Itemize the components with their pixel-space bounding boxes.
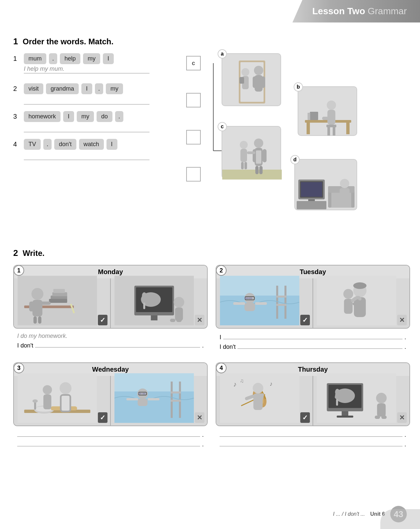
- card4-img1: ♪ ♫ ♪: [216, 376, 313, 426]
- card2-line1-prefix: I: [220, 334, 221, 341]
- word-row-2: 2 visit grandma I . my: [13, 83, 172, 94]
- svg-point-69: [142, 292, 147, 299]
- svg-rect-61: [38, 316, 41, 324]
- svg-point-91: [343, 289, 353, 299]
- chip: visit: [24, 83, 43, 94]
- card4-cross1: ✕: [397, 412, 407, 423]
- svg-rect-26: [263, 149, 267, 162]
- svg-rect-12: [346, 123, 350, 134]
- svg-rect-77: [284, 286, 286, 319]
- row2-num: 2: [13, 85, 20, 93]
- card3-line2: .: [17, 440, 204, 448]
- card2-line2-blank[interactable]: [237, 342, 402, 349]
- row3-chips: homework I my do .: [24, 111, 123, 122]
- card4-line2: .: [220, 440, 406, 448]
- svg-rect-75: [220, 296, 299, 325]
- card1-line2-prefix: I don't: [17, 342, 33, 349]
- svg-rect-28: [259, 166, 263, 174]
- word-row-1: 1 mum . help my I I help my mum.: [13, 53, 172, 73]
- svg-rect-65: [151, 315, 157, 320]
- svg-point-103: [43, 385, 52, 394]
- card1-line2-blank[interactable]: [35, 341, 200, 347]
- words-column: 1 mum . help my I I help my mum. 2 visit: [13, 53, 172, 205]
- svg-rect-39: [301, 182, 322, 197]
- card3-images: ✓: [14, 376, 207, 426]
- card2-line1-blank[interactable]: [223, 333, 402, 339]
- svg-rect-142: [381, 416, 387, 419]
- lesson-bold: Lesson Two: [312, 6, 365, 16]
- header-title: Lesson Two Grammar: [312, 6, 407, 16]
- card1-check1: ✓: [98, 315, 107, 325]
- card4-images: ♪ ♫ ♪: [216, 376, 409, 426]
- svg-rect-27: [255, 166, 259, 174]
- chip: mum: [24, 53, 46, 64]
- svg-rect-83: [248, 297, 252, 299]
- svg-rect-46: [340, 188, 350, 198]
- card4-line2-blank[interactable]: [220, 440, 402, 446]
- card2-scene1-svg: [219, 276, 300, 325]
- chip: I: [103, 53, 114, 64]
- svg-rect-14: [310, 112, 318, 120]
- svg-rect-60: [33, 316, 37, 324]
- exercise1-layout: 1 mum . help my I I help my mum. 2 visit: [13, 53, 410, 205]
- day-card-1: 1 Monday: [13, 265, 208, 354]
- image-label-d: d: [290, 155, 300, 164]
- card2-cross1: ✕: [397, 315, 407, 325]
- svg-point-139: [376, 393, 387, 403]
- card4-check1: ✓: [300, 412, 310, 423]
- card3-line2-blank[interactable]: [17, 440, 200, 446]
- card3-line1-blank[interactable]: [17, 430, 200, 437]
- chip: TV: [24, 139, 41, 150]
- svg-rect-19: [326, 125, 336, 127]
- svg-rect-114: [142, 393, 146, 394]
- section-1: 1 Order the words. Match. 1 mum . help m…: [13, 36, 410, 205]
- card4-line1-blank[interactable]: [220, 430, 402, 437]
- day-card-2-inner: 2 Tuesday: [216, 265, 410, 329]
- day-card-4: 4 Thursday ♪ ♫ ♪: [216, 362, 410, 452]
- day-card-1-inner: 1 Monday: [13, 265, 208, 329]
- day-card-4-inner: 4 Thursday ♪ ♫ ♪: [216, 362, 410, 426]
- svg-rect-34: [247, 151, 255, 154]
- svg-rect-72: [170, 319, 175, 322]
- chip: my: [77, 111, 94, 122]
- svg-point-45: [340, 179, 349, 188]
- day-card-2: 2 Tuesday: [216, 265, 410, 354]
- section1-number: 1: [13, 36, 18, 47]
- card4-img2: ✕: [313, 376, 409, 426]
- match-box-3[interactable]: [186, 130, 201, 144]
- svg-rect-84: [244, 303, 255, 311]
- image-label-c: c: [218, 122, 227, 131]
- svg-rect-115: [138, 399, 147, 406]
- chip: I: [106, 139, 117, 150]
- svg-rect-86: [255, 302, 267, 305]
- lesson-light: Grammar: [368, 6, 407, 16]
- chip: I: [81, 83, 92, 94]
- row1-answer: I help my mum.: [24, 65, 64, 72]
- svg-rect-117: [147, 398, 159, 400]
- match-box-1[interactable]: c: [186, 56, 201, 70]
- day-card-3-inner: 3 Wednesday: [13, 362, 208, 426]
- svg-rect-104: [43, 394, 51, 409]
- svg-rect-113: [138, 393, 142, 394]
- svg-point-100: [60, 382, 71, 394]
- match-box-4[interactable]: [186, 167, 201, 182]
- match-box-2[interactable]: [186, 93, 201, 107]
- word-row-3: 3 homework I my do .: [13, 111, 172, 122]
- chip-dot: .: [95, 83, 103, 94]
- card4-scene2-svg: [316, 373, 397, 423]
- card2-scene2-svg: [316, 276, 397, 325]
- card3-check1: ✓: [98, 412, 107, 423]
- chip-dot: .: [115, 111, 123, 122]
- image-d: d: [294, 159, 357, 210]
- row4-chips: TV . don't watch I: [24, 139, 117, 150]
- chip-dot: .: [49, 53, 57, 64]
- section2-number: 2: [13, 248, 18, 258]
- chip-dot: .: [43, 139, 52, 150]
- card4-writelines: . .: [216, 426, 410, 452]
- svg-rect-20: [327, 127, 330, 136]
- svg-point-90: [353, 282, 366, 289]
- images-column: a: [215, 53, 410, 205]
- svg-rect-59: [37, 302, 51, 305]
- card1-img2: ✕: [111, 278, 207, 328]
- card3-img2: ✕: [111, 376, 207, 426]
